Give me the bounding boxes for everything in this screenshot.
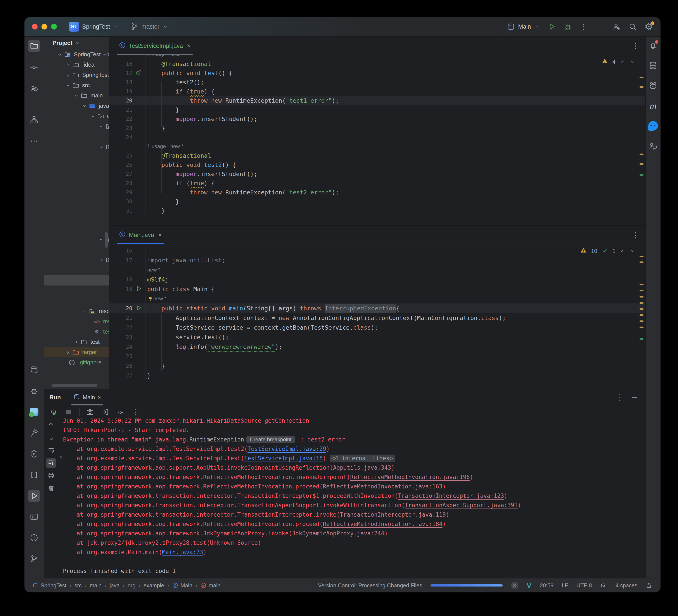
stacktrace-link[interactable]: ReflectiveMethodInvocation.java:196 (350, 474, 470, 480)
chevron-down-icon[interactable] (55, 52, 64, 57)
code-line-18[interactable]: 18@Slf4j (109, 275, 645, 284)
breadcrumb-item[interactable]: SpringTest (32, 582, 66, 589)
chat-plugin-button[interactable] (647, 120, 659, 131)
tree-item[interactable] (44, 121, 109, 131)
line-number[interactable]: 25 (109, 152, 133, 159)
line-number[interactable]: 27 (109, 373, 133, 379)
console-line[interactable]: at org.example.service.Impl.TestServiceI… (63, 444, 645, 454)
console-line[interactable]: at org.example.service.Impl.TestServiceI… (63, 454, 645, 463)
console-line[interactable]: at org.example.Main.main(Main.java:23) (63, 547, 645, 557)
indent-setting[interactable]: 4 spaces (615, 582, 637, 589)
project-panel-header[interactable]: Project (44, 37, 109, 49)
chevron-down-icon[interactable] (105, 267, 109, 273)
line-number[interactable]: 17 (109, 70, 133, 76)
tree-item[interactable] (44, 265, 109, 275)
line-number[interactable]: 28 (109, 180, 133, 186)
console-line[interactable]: Process finished with exit code 1 (63, 566, 645, 576)
line-number[interactable]: 20 (109, 98, 133, 104)
override-marker-icon[interactable] (136, 69, 142, 77)
build-tool-button[interactable] (28, 427, 40, 439)
code-line-21[interactable]: 21 ApplicationContext context = new Anno… (109, 313, 645, 323)
chevron-down-icon[interactable] (89, 113, 97, 119)
soft-wrap-button[interactable] (46, 445, 56, 455)
create-breakpoint-chip[interactable]: Create breakpoint (247, 436, 295, 443)
run-tab-main[interactable]: Main × (70, 389, 104, 406)
console-line[interactable] (63, 557, 645, 566)
line-number[interactable]: 21 (109, 315, 133, 321)
commit-tool-button[interactable] (28, 61, 40, 73)
code-line-21[interactable]: 21 } (109, 105, 645, 114)
search-everywhere-button[interactable] (629, 23, 637, 31)
add-user-button[interactable] (612, 23, 620, 31)
stacktrace-link[interactable]: TestServiceImpl.java:18 (244, 455, 323, 462)
line-number[interactable]: 24 (109, 344, 133, 350)
code-line-17[interactable]: 17 public void test() { (109, 68, 645, 78)
inlay-hint[interactable]: new * (147, 267, 160, 273)
profiler-tool-button[interactable] (28, 448, 40, 460)
database-tool-button[interactable] (647, 60, 659, 71)
print-button[interactable] (46, 470, 56, 480)
breadcrumb-item[interactable]: src (74, 582, 82, 589)
stacktrace-link[interactable]: AopUtils.java:343 (333, 464, 391, 471)
tree-item-SpringTest[interactable]: SpringTest (44, 70, 109, 80)
code-line-20[interactable]: 20 public static void main(String[] args… (109, 303, 645, 313)
tree-item-idea[interactable]: .idea (44, 60, 109, 70)
code-line-26[interactable]: 26 public void test2() { (109, 160, 645, 169)
run-button[interactable] (548, 23, 556, 31)
console-line[interactable]: INFO: HikariPool-1 - Start completed. (63, 425, 645, 435)
code-line-23[interactable]: 23 } (109, 123, 645, 132)
warning-stripe-mark[interactable] (640, 154, 643, 155)
tree-selected-row[interactable] (44, 275, 109, 285)
minimize-window-button[interactable] (41, 24, 47, 30)
folded-lines-chip[interactable]: <4 internal lines> (330, 455, 395, 462)
lightbulb-icon[interactable] (147, 295, 153, 302)
tree-item[interactable] (44, 234, 109, 244)
line-number[interactable]: 22 (109, 324, 133, 331)
next-problem-button[interactable] (630, 59, 636, 65)
line-number[interactable]: 22 (109, 116, 133, 122)
tree-item-target[interactable]: target (44, 347, 109, 357)
profiler-gauge-button[interactable] (116, 407, 125, 417)
chevron-down-icon[interactable] (80, 103, 89, 109)
caret-position[interactable]: 20:59 (540, 582, 554, 589)
code-line-17[interactable]: 17import java.util.List; (109, 255, 645, 265)
more-options-button[interactable]: ⋮ (131, 407, 141, 417)
code-area[interactable]: 1617import java.util.List; new *18@Slf4j… (109, 244, 645, 389)
line-number[interactable]: 25 (109, 353, 133, 359)
code-with-me-button[interactable] (647, 140, 659, 152)
bookmarks-tool-button[interactable] (28, 469, 40, 481)
stacktrace-link[interactable]: TransactionInterceptor.java:119 (340, 511, 446, 518)
code-line-19[interactable]: 19public class Main { (109, 284, 645, 294)
console-line[interactable]: at org.springframework.transaction.inter… (63, 510, 645, 519)
breadcrumb-item[interactable]: org (127, 582, 136, 589)
encoding[interactable]: UTF-8 (576, 582, 592, 589)
code-line-25[interactable]: 25 (109, 351, 645, 361)
chevron-right-icon[interactable] (72, 339, 80, 345)
maven-tool-button[interactable]: m (647, 100, 659, 111)
console-line[interactable]: at org.springframework.transaction.inter… (63, 491, 645, 500)
line-number[interactable]: 18 (109, 79, 133, 85)
inspection-widget[interactable]: 10 1 (580, 247, 636, 255)
problems-tool-button[interactable] (28, 532, 40, 544)
tab-main-java[interactable]: C Main.java × (115, 226, 165, 244)
next-problem-button[interactable] (630, 248, 636, 254)
terminal-tool-button[interactable] (28, 511, 40, 523)
line-number[interactable]: 18 (109, 276, 133, 283)
thread-dump-camera-button[interactable] (85, 407, 95, 417)
tree-item-org[interactable]: org (44, 111, 109, 121)
console-line[interactable]: at org.springframework.aop.framework.Ref… (63, 482, 645, 491)
chevron-down-icon[interactable] (72, 93, 80, 99)
code-line-24[interactable]: 24 (109, 132, 645, 142)
ai-assistant-button[interactable] (647, 80, 659, 91)
run-line-icon[interactable] (136, 285, 142, 293)
chevron-down-icon[interactable] (64, 83, 72, 88)
prev-problem-button[interactable] (620, 248, 626, 254)
inlay-hint[interactable]: new * (153, 296, 166, 302)
code-line-22[interactable]: 22 mapper.insertStudent(); (109, 114, 645, 123)
run-line-icon[interactable] (136, 305, 142, 312)
chevron-down-icon[interactable] (97, 257, 105, 263)
breadcrumb-item[interactable]: CMain (172, 582, 192, 589)
line-ending[interactable]: LF (562, 582, 568, 589)
line-number[interactable]: 19 (109, 88, 133, 94)
tree-item[interactable] (44, 255, 109, 265)
